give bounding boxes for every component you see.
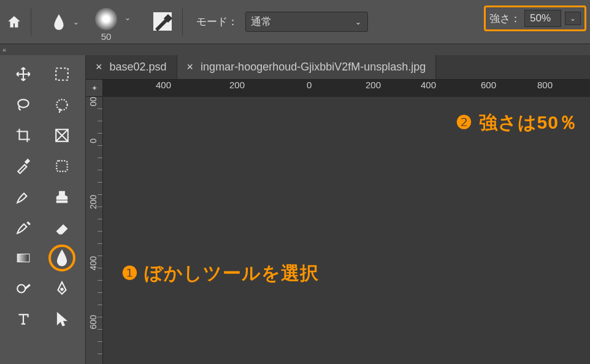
tab-title: ingmar-hoogerhoud-GjixbbiV2fM-unsplash.j… [201,61,426,74]
chevron-down-icon: ⌄ [355,18,361,26]
mode-select[interactable]: 通常 ⌄ [245,12,368,32]
blur-tool-highlight-ring [48,245,75,271]
divider [182,9,183,36]
tab-title: base02.psd [110,61,167,74]
svg-point-4 [57,99,67,110]
ruler-tick: 600 [481,80,496,90]
quick-selection-tool[interactable] [43,89,82,120]
brush-preset-picker[interactable]: 50 [95,8,117,42]
svg-point-10 [17,285,25,293]
dodge-tool[interactable] [4,273,43,304]
ruler-tick: 200 [88,195,98,209]
ruler-tick: 0 [307,80,312,90]
canvas[interactable]: ❷ 強さは50％ ❶ ぼかしツールを選択 [103,97,590,364]
chevron-down-icon[interactable]: ⌄ [565,12,581,25]
strength-label: 強さ： [489,12,521,26]
document-tabs: × base02.psd × ingmar-hoogerhoud-Gjixbbi… [86,55,590,80]
ruler-tick: 200 [229,80,245,90]
type-tool[interactable] [4,304,43,335]
home-icon[interactable] [6,14,22,30]
patch-tool[interactable] [43,151,82,181]
ruler-tick: 400 [156,80,171,90]
strength-input[interactable]: 50% [524,10,561,27]
chevron-down-icon[interactable]: ⌄ [73,18,79,26]
brush-settings-button[interactable] [153,12,174,32]
lasso-tool[interactable] [4,89,43,120]
mode-value: 通常 [251,15,272,29]
svg-rect-8 [57,201,67,203]
strength-control-highlight: 強さ： 50% ⌄ [484,6,586,31]
document-area: × base02.psd × ingmar-hoogerhoud-Gjixbbi… [86,55,590,364]
crop-tool[interactable] [4,120,43,151]
document-tab[interactable]: × ingmar-hoogerhoud-GjixbbiV2fM-unsplash… [177,55,437,79]
close-icon[interactable]: × [96,61,102,74]
path-selection-tool[interactable] [43,304,82,335]
frame-tool[interactable] [43,120,82,151]
svg-point-11 [61,288,63,290]
svg-rect-9 [17,254,29,262]
move-tool[interactable] [4,59,43,89]
annotation-2: ❷ 強さは50％ [456,110,578,135]
svg-point-3 [18,99,28,107]
annotation-1: ❶ ぼかしツールを選択 [121,261,319,286]
ruler-origin[interactable]: ✦ [86,80,103,97]
marquee-tool[interactable] [43,59,82,89]
eraser-tool[interactable] [43,212,82,243]
toolbox [0,55,86,364]
gradient-tool[interactable] [4,243,43,273]
close-icon[interactable]: × [187,61,194,74]
mode-label: モード： [196,15,238,29]
ruler-tick: 00 [88,97,98,107]
ruler-tick: 400 [88,256,98,270]
brush-preview-icon [95,8,117,30]
blur-tool[interactable] [43,243,82,273]
ruler-tick: 0 [88,138,98,143]
current-tool-icon[interactable] [52,13,66,31]
pen-tool[interactable] [43,273,82,304]
chevron-down-icon[interactable]: ⌄ [125,13,131,22]
ruler-tick: 200 [366,80,381,90]
main-area: × base02.psd × ingmar-hoogerhoud-Gjixbbi… [0,55,590,364]
options-bar: ⌄ 50 ⌄ モード： 通常 ⌄ 強さ： 50% ⌄ [0,0,590,44]
ruler-tick: 600 [88,315,98,329]
brush-tool[interactable] [4,181,43,212]
svg-rect-6 [25,159,29,164]
ruler-tick: 400 [421,80,436,90]
panel-collapse-chevron[interactable]: « [0,44,590,55]
svg-rect-2 [56,68,69,80]
document-tab[interactable]: × base02.psd [86,55,177,79]
brush-size-label: 50 [101,31,112,42]
history-brush-tool[interactable] [4,212,43,243]
vertical-ruler[interactable]: 00 0 200 400 600 [86,97,103,364]
svg-rect-7 [57,161,67,171]
ruler-tick: 800 [537,80,553,90]
clone-stamp-tool[interactable] [43,181,82,212]
divider [31,9,31,36]
eyedropper-tool[interactable] [4,151,43,181]
